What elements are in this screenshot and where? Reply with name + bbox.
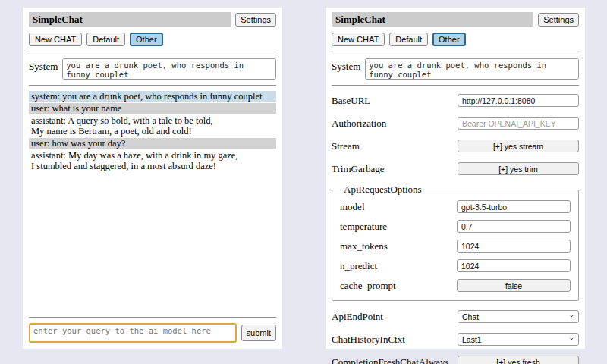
system-prompt-row: System you are a drunk poet, who respond… [29,58,276,80]
divider [332,85,579,86]
session-default-button[interactable]: Default [389,33,428,46]
setting-row-trimgarbage: TrimGarbage [+] yes trim [332,162,579,175]
trim-garbage-toggle-button[interactable]: [+] yes trim [458,162,579,175]
divider [29,317,276,318]
setting-row-cache-prompt: cache_prompt false [340,279,571,292]
completion-fresh-toggle-button[interactable]: [+] yes fresh [458,356,579,364]
system-prompt-textarea[interactable]: you are a drunk poet, who responds in fu… [62,58,276,80]
new-chat-button[interactable]: New CHAT [29,33,82,46]
session-default-button[interactable]: Default [86,33,125,46]
query-row: submit [29,323,276,343]
session-buttons: New CHAT Default Other [29,33,276,46]
empty-space [29,173,276,312]
setting-row-n-predict: n_predict [340,259,571,272]
setting-row-baseurl: BaseURL [332,94,579,107]
app-title: SimpleChat [332,12,533,27]
settings-button[interactable]: Settings [538,13,579,27]
chat-message-user: user: how was your day? [29,138,276,149]
setting-label: temperature [340,221,387,233]
setting-label: cache_prompt [340,280,396,292]
max-tokens-input[interactable] [457,240,571,253]
system-prompt-label: System [332,58,360,73]
chat-message-user: user: what is your name [29,103,276,114]
header: SimpleChat Settings [29,12,276,27]
setting-label: Authorization [332,118,386,130]
settings-button[interactable]: Settings [235,13,276,27]
setting-row-max-tokens: max_tokens [340,240,571,253]
query-input[interactable] [29,323,237,343]
session-other-button[interactable]: Other [130,33,163,46]
temperature-input[interactable] [457,220,571,233]
selected-option: Chat [462,312,479,322]
chat-message-system: system: you are a drunk poet, who respon… [29,91,276,102]
session-buttons: New CHAT Default Other [332,33,579,46]
chat-panel: SimpleChat Settings New CHAT Default Oth… [23,8,282,349]
chevron-down-icon: ⌄ [568,334,574,341]
setting-row-api-endpoint: ApiEndPoint Chat ⌄ [332,310,579,323]
system-prompt-textarea[interactable]: you are a drunk poet, who responds in fu… [365,58,579,80]
n-predict-input[interactable] [457,259,571,272]
new-chat-button[interactable]: New CHAT [332,33,385,46]
setting-row-stream: Stream [+] yes stream [332,140,579,152]
chat-history-in-ctxt-select[interactable]: Last1 ⌄ [458,333,579,346]
baseurl-input[interactable] [458,94,579,107]
setting-label: Stream [332,140,360,152]
api-endpoint-select[interactable]: Chat ⌄ [458,310,579,323]
setting-label: ChatHistoryInCtxt [332,334,405,346]
divider [332,52,579,52]
chat-message-assistant: assistant: My day was a haze, with a dri… [29,150,276,171]
setting-row-completion-fresh: CompletionFreshChatAlways [+] yes fresh [332,356,579,364]
setting-label: TrimGarbage [332,163,385,175]
app-title: SimpleChat [29,12,231,27]
selected-option: Last1 [462,335,482,344]
stream-toggle-button[interactable]: [+] yes stream [458,140,579,152]
setting-label: max_tokens [340,240,388,253]
fieldset-legend: ApiRequestOptions [341,184,424,196]
submit-button[interactable]: submit [241,325,276,341]
chat-message-assistant: assistant: A query so bold, with a tale … [29,115,276,136]
setting-row-model: model [340,200,571,213]
chat-message-list: system: you are a drunk poet, who respon… [29,91,276,173]
api-request-options-fieldset: ApiRequestOptions model temperature max_… [332,184,579,301]
divider [29,52,276,52]
cache-prompt-toggle-button[interactable]: false [457,279,571,292]
setting-row-authorization: Authorization [332,117,579,130]
header: SimpleChat Settings [332,12,579,27]
setting-row-chat-history: ChatHistoryInCtxt Last1 ⌄ [332,333,579,346]
system-prompt-label: System [29,58,58,73]
settings-panel: SimpleChat Settings New CHAT Default Oth… [326,8,585,349]
setting-label: n_predict [340,260,377,272]
setting-row-temperature: temperature [340,220,571,233]
system-prompt-row: System you are a drunk poet, who respond… [332,58,579,80]
setting-label: BaseURL [332,95,370,107]
divider [29,85,276,86]
setting-label: ApiEndPoint [332,311,383,323]
authorization-input[interactable] [458,117,579,130]
setting-label: CompletionFreshChatAlways [332,356,449,364]
setting-label: model [340,201,365,213]
session-other-button[interactable]: Other [432,33,466,46]
chevron-down-icon: ⌄ [568,312,574,318]
model-input[interactable] [457,200,571,213]
